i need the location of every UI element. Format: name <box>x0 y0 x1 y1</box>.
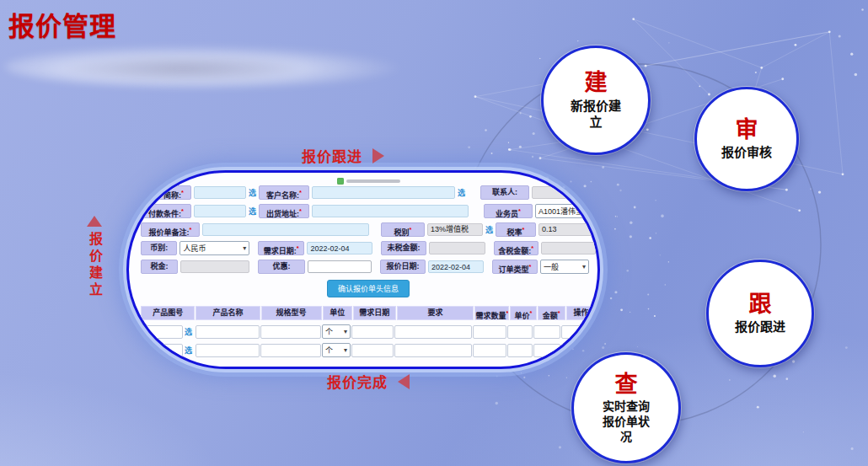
chevron-down-icon: ▾ <box>344 346 347 354</box>
contact-label: 联系人: <box>480 185 529 200</box>
form-row: 币别: 人民币▾ 需求日期:* 未税金额: 含税金额:* <box>141 241 596 255</box>
quote-lines-table: 产品图号 产品名称 规格型号 单位 需求日期 要求 需求数量* 单价* 金额* … <box>141 306 596 357</box>
untaxed-amount-value <box>429 242 485 254</box>
qty-input[interactable] <box>473 344 506 357</box>
col-need-date: 需求日期 <box>353 306 396 320</box>
spec-model-input[interactable] <box>260 344 321 357</box>
payment-terms-label: 付款条件:* <box>141 204 191 218</box>
qty-input[interactable] <box>473 325 506 339</box>
discount-input[interactable] <box>308 260 372 273</box>
unit-price-input[interactable] <box>507 325 533 339</box>
customer-short-input[interactable] <box>194 186 246 199</box>
customer-name-label: 客户名称:* <box>259 185 309 200</box>
tax-type-picker[interactable]: 选 <box>485 224 493 235</box>
customer-name-input[interactable] <box>312 186 455 199</box>
flow-label-top: 报价跟进 <box>302 145 384 166</box>
untaxed-amount-label: 未税金额: <box>381 241 426 255</box>
unit-select[interactable]: 个▾ <box>322 324 351 339</box>
flow-label-left: 报价建立 <box>84 216 104 299</box>
form-row: 报价单备注:* 税别* 13%增值税 选 税率* 0.13 <box>141 222 596 237</box>
payment-terms-picker[interactable]: 选 <box>249 206 256 217</box>
window-icon <box>337 178 344 185</box>
col-qty: 需求数量* <box>474 306 509 320</box>
quote-date-input[interactable] <box>428 260 484 273</box>
requirement-input[interactable] <box>394 344 472 357</box>
product-picker[interactable]: 选 <box>185 345 192 356</box>
tax-amount-value <box>180 260 249 273</box>
step-circle-create: 建 新报价建立 <box>541 46 651 155</box>
col-action: 操作 <box>566 306 596 320</box>
form-row: 付款条件:* 选 出货地址:* 业务员* A1001潘伟堂▾ <box>141 204 596 218</box>
spec-model-input[interactable] <box>260 325 321 339</box>
amount-input[interactable] <box>533 325 560 339</box>
col-unit: 单位 <box>323 306 352 320</box>
order-type-label: 订单类型* <box>492 260 538 274</box>
arrow-right-icon <box>372 148 384 163</box>
chevron-down-icon: ▾ <box>585 207 588 215</box>
product-picker[interactable]: 选 <box>185 326 192 337</box>
need-date-input[interactable] <box>307 242 372 254</box>
step-circle-query: 查 实时查询报价单状况 <box>571 352 681 463</box>
quote-remark-label: 报价单备注:* <box>141 222 200 237</box>
product-no-input[interactable] <box>141 325 183 339</box>
slide-canvas: 报价管理 报价跟进 报价完成 报价建立 建 新报价建立 审 报价审核 跟 报价跟… <box>0 0 868 466</box>
currency-label: 币别: <box>141 241 177 255</box>
quote-line-row: 选 个▾ <box>141 324 596 339</box>
chevron-down-icon: ▾ <box>582 263 586 270</box>
chevron-down-icon: ▾ <box>243 244 246 252</box>
quotation-form-panel: 客户简称:* 选 客户名称:* 选 联系人: 付款条件:* 选 出货地址:* 业… <box>126 170 600 369</box>
col-amount: 金额* <box>538 306 565 320</box>
product-name-input[interactable] <box>196 325 260 339</box>
unit-select[interactable]: 个▾ <box>322 343 351 357</box>
table-header-row: 产品图号 产品名称 规格型号 单位 需求日期 要求 需求数量* 单价* 金额* … <box>141 306 596 320</box>
flow-label-bottom: 报价完成 <box>327 371 410 392</box>
col-product-name: 产品名称 <box>196 306 260 320</box>
requirement-input[interactable] <box>394 325 472 339</box>
ship-address-input[interactable] <box>312 205 469 217</box>
arrow-up-icon <box>87 216 102 227</box>
customer-short-picker[interactable]: 选 <box>249 187 256 198</box>
action-cell[interactable] <box>561 325 590 339</box>
need-date-cell-input[interactable] <box>351 325 394 339</box>
need-date-label: 需求日期:* <box>258 241 304 255</box>
form-row: 客户简称:* 选 客户名称:* 选 联系人: <box>141 185 596 200</box>
confirm-header-button[interactable]: 确认报价单头信息 <box>327 280 410 297</box>
contact-value <box>532 186 586 199</box>
taxed-amount-value <box>541 242 596 254</box>
amount-input[interactable] <box>533 344 560 357</box>
currency-select[interactable]: 人民币▾ <box>179 241 249 255</box>
tax-rate-value: 0.13 <box>538 223 592 236</box>
salesman-select[interactable]: A1001潘伟堂▾ <box>535 204 591 218</box>
form-row: 税金: 优惠: 报价日期: 订单类型* 一般▾ <box>141 260 596 274</box>
salesman-label: 业务员* <box>484 204 533 218</box>
need-date-cell-input[interactable] <box>351 344 394 357</box>
tax-rate-label: 税率* <box>496 222 536 237</box>
customer-short-label: 客户简称:* <box>141 185 191 200</box>
quote-line-row: 选 个▾ <box>141 343 596 357</box>
quote-date-label: 报价日期: <box>380 260 426 274</box>
action-cell[interactable] <box>561 344 590 357</box>
step-circle-follow: 跟 报价跟进 <box>706 260 814 367</box>
tax-amount-label: 税金: <box>141 260 178 274</box>
customer-name-picker[interactable]: 选 <box>458 187 465 198</box>
chevron-down-icon: ▾ <box>344 328 347 335</box>
discount-label: 优惠: <box>258 260 305 274</box>
product-name-input[interactable] <box>196 344 260 357</box>
quote-remark-input[interactable] <box>202 223 369 236</box>
col-unit-price: 单价* <box>510 306 536 320</box>
page-title: 报价管理 <box>8 5 116 43</box>
quotation-form: 客户简称:* 选 客户名称:* 选 联系人: 付款条件:* 选 出货地址:* 业… <box>141 176 596 357</box>
col-product-no: 产品图号 <box>141 306 195 320</box>
taxed-amount-label: 含税金额:* <box>494 241 538 255</box>
window-title-smudge <box>346 179 400 183</box>
order-type-select[interactable]: 一般▾ <box>540 260 589 274</box>
tax-type-label: 税别* <box>381 222 425 237</box>
cloud-shape <box>5 46 401 88</box>
unit-price-input[interactable] <box>507 344 533 357</box>
col-spec-model: 规格型号 <box>261 306 322 320</box>
product-no-input[interactable] <box>141 344 183 357</box>
payment-terms-input[interactable] <box>194 205 246 217</box>
window-title-fragment <box>141 177 596 185</box>
col-requirement: 要求 <box>397 306 474 320</box>
step-circle-review: 审 报价审核 <box>694 87 799 191</box>
